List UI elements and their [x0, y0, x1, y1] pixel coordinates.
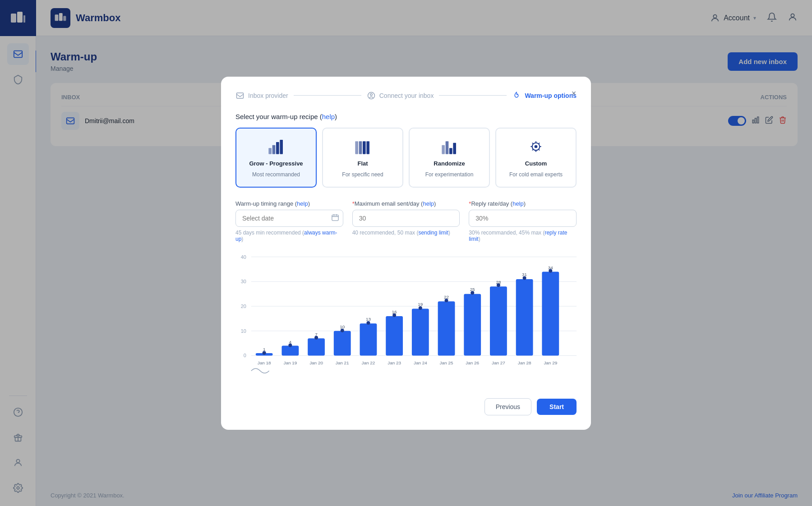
svg-rect-22 — [268, 148, 272, 154]
modal-close-button[interactable]: × — [567, 87, 580, 100]
dot-jan23 — [392, 313, 396, 317]
previous-button[interactable]: Previous — [484, 398, 531, 415]
recipe-custom-name: Custom — [525, 160, 547, 167]
svg-rect-31 — [446, 141, 449, 154]
svg-text:19: 19 — [418, 302, 423, 307]
svg-text:Jan 20: Jan 20 — [309, 360, 323, 365]
max-email-hint: 40 recommended, 50 max (sending limit) — [352, 230, 460, 236]
recipe-flat-name: Flat — [357, 160, 368, 167]
svg-rect-29 — [366, 141, 369, 154]
svg-text:Jan 28: Jan 28 — [518, 360, 531, 365]
svg-text:Jan 18: Jan 18 — [258, 360, 271, 365]
recipe-card-randomize[interactable]: Randomize For experimentation — [409, 128, 490, 188]
svg-rect-25 — [280, 140, 283, 154]
calendar-icon — [332, 214, 339, 223]
timing-label: Warm-up timing range (help) — [235, 200, 343, 207]
bar-jan22 — [360, 323, 377, 355]
svg-text:10: 10 — [241, 328, 246, 333]
timing-help-link[interactable]: help — [297, 200, 308, 207]
always-warmup-link[interactable]: always warm-up — [235, 230, 337, 242]
svg-rect-30 — [442, 145, 445, 154]
dot-jan27 — [497, 283, 500, 287]
modal-stepper: Inbox provider Connect your inbox Wa — [235, 91, 577, 100]
svg-text:40: 40 — [241, 254, 246, 259]
svg-text:Jan 29: Jan 29 — [544, 360, 557, 365]
sending-limit-link[interactable]: sending limit — [418, 230, 448, 236]
start-button[interactable]: Start — [537, 399, 577, 415]
dot-jan21 — [341, 328, 344, 332]
recipe-flat-desc: For specific need — [342, 171, 383, 178]
step-line-1 — [294, 95, 361, 96]
svg-rect-24 — [276, 142, 279, 154]
dot-jan28 — [523, 276, 526, 280]
dot-jan22 — [366, 321, 370, 324]
recipe-card-flat[interactable]: Flat For specific need — [322, 128, 403, 188]
step-line-2 — [439, 95, 507, 96]
step-inbox-provider-label: Inbox provider — [248, 92, 288, 99]
dot-jan20 — [314, 336, 318, 339]
bar-jan28 — [516, 279, 533, 355]
recipe-randomize-desc: For experimentation — [425, 171, 474, 178]
svg-text:0: 0 — [244, 353, 246, 358]
svg-point-21 — [370, 93, 373, 96]
svg-text:Jan 26: Jan 26 — [466, 360, 479, 365]
timing-input-wrapper — [235, 210, 343, 227]
dot-jan26 — [471, 291, 474, 294]
warmup-form-row: Warm-up timing range (help) 45 days min … — [235, 200, 577, 242]
svg-rect-28 — [363, 141, 366, 154]
max-email-input[interactable] — [352, 210, 460, 227]
warmup-chart: 40 30 20 10 0 1 4 — [235, 249, 577, 376]
svg-rect-33 — [453, 143, 456, 154]
dot-jan29 — [549, 269, 552, 272]
svg-text:30: 30 — [241, 279, 246, 284]
reply-rate-hint: 30% recommanded, 45% max (reply rate lim… — [469, 230, 577, 242]
bar-jan27 — [490, 286, 507, 355]
timing-group: Warm-up timing range (help) 45 days min … — [235, 200, 343, 242]
timing-date-input[interactable] — [235, 210, 343, 227]
svg-point-35 — [535, 145, 538, 148]
recipe-card-grow[interactable]: Grow - Progressive Most recommanded — [235, 128, 317, 188]
svg-text:Jan 24: Jan 24 — [414, 360, 427, 365]
svg-rect-36 — [332, 215, 338, 220]
dot-jan24 — [419, 306, 422, 310]
svg-rect-19 — [237, 93, 244, 98]
modal-footer: Previous Start — [235, 398, 577, 415]
svg-text:20: 20 — [241, 304, 246, 309]
step-warmup-options: Warm-up options — [512, 91, 577, 100]
dot-jan19 — [288, 343, 292, 347]
svg-text:Jan 23: Jan 23 — [388, 360, 401, 365]
svg-text:Jan 21: Jan 21 — [336, 360, 349, 365]
reply-rate-input[interactable] — [469, 210, 577, 227]
svg-rect-23 — [272, 145, 276, 154]
recipe-section-title: Select your warm-up recipe (help) — [235, 113, 577, 120]
svg-text:1: 1 — [263, 346, 266, 351]
svg-text:13: 13 — [366, 316, 371, 321]
svg-rect-27 — [359, 141, 362, 154]
recipe-help-link[interactable]: help — [322, 113, 335, 120]
flame-icon — [512, 91, 521, 100]
recipe-custom-desc: For cold email experts — [509, 171, 563, 178]
reply-rate-limit-link[interactable]: reply rate limit — [469, 230, 567, 242]
dot-jan18 — [263, 351, 266, 354]
max-email-help-link[interactable]: help — [423, 200, 434, 207]
mail-icon — [235, 91, 245, 100]
bar-jan29 — [542, 271, 559, 355]
recipe-grow-desc: Most recommanded — [252, 171, 300, 178]
svg-text:Jan 25: Jan 25 — [440, 360, 453, 365]
step-connect-inbox: Connect your inbox — [367, 91, 434, 100]
reply-rate-group: *Reply rate/day (help) 30% recommanded, … — [469, 200, 577, 242]
bar-jan24 — [412, 308, 429, 355]
recipe-card-custom[interactable]: Custom For cold email experts — [495, 128, 577, 188]
step-connect-inbox-label: Connect your inbox — [379, 92, 434, 99]
step-inbox-provider: Inbox provider — [235, 91, 288, 100]
max-email-group: *Maximum email sent/day (help) 40 recomm… — [352, 200, 460, 242]
svg-text:Jan 27: Jan 27 — [492, 360, 505, 365]
warmup-options-modal: × Inbox provider Connect your inbox — [221, 77, 591, 430]
dot-jan25 — [445, 299, 448, 302]
reply-rate-label: *Reply rate/day (help) — [469, 200, 577, 207]
svg-rect-26 — [355, 141, 358, 154]
timing-hint: 45 days min recommended (always warm-up) — [235, 230, 343, 242]
bar-jan25 — [438, 301, 455, 355]
reply-rate-help-link[interactable]: help — [512, 200, 524, 207]
svg-text:Jan 19: Jan 19 — [283, 360, 297, 365]
